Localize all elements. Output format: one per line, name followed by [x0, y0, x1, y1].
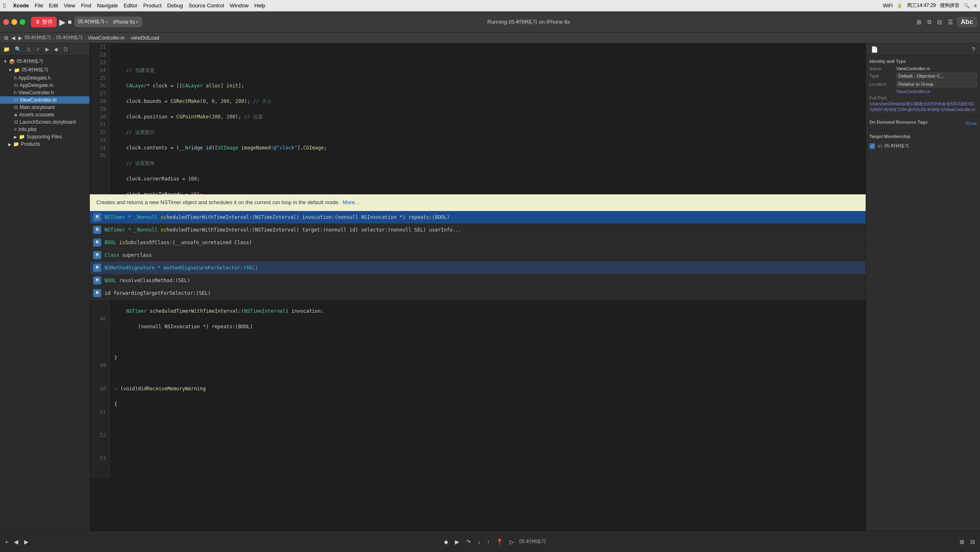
breakpoints-button[interactable]: ◆ [53, 45, 60, 53]
autocomplete-popup[interactable]: Creates and returns a new NSTimer object… [90, 194, 866, 478]
simulate-button[interactable]: ▷ [508, 537, 516, 547]
m-file-icon: m [14, 82, 18, 88]
stop-square-button[interactable]: ■ [68, 18, 72, 26]
target-checkbox[interactable]: ✓ [869, 143, 875, 149]
breakpoint-button[interactable]: ◆ [442, 537, 450, 547]
quick-help-button[interactable]: ? [970, 45, 977, 54]
autocomplete-item-6[interactable]: M BOOL resolveClassMethod:(SEL) [90, 274, 866, 287]
h-file-icon: h [14, 75, 17, 81]
autocomplete-item-1[interactable]: M NSTimer * _Nonnull scheduledTimerWithT… [90, 211, 866, 224]
add-file-button[interactable]: + [3, 537, 10, 547]
menu-view[interactable]: View [64, 2, 75, 9]
on-demand-title: On Demand Resource Tags [869, 120, 928, 125]
breadcrumb-file[interactable]: ViewController.m [88, 35, 125, 41]
report-button[interactable]: 🗋 [62, 45, 70, 53]
line-num: 30 [90, 113, 106, 121]
breadcrumb-group[interactable]: 05-时钟练习 [56, 34, 82, 41]
forward-button[interactable]: ▶ [18, 35, 23, 41]
minimize-button[interactable] [11, 19, 17, 25]
assets-icon: ◈ [14, 112, 18, 118]
apple-menu[interactable]:  [3, 2, 6, 9]
assistant-editor-button[interactable]: ⧉ [926, 17, 933, 27]
code-editor[interactable]: 21 22 23 24 25 26 27 28 29 30 31 32 33 3… [90, 43, 866, 531]
bottom-code-line-50: } [114, 354, 866, 362]
show-button[interactable]: Show [965, 121, 977, 126]
line-num: 26 [90, 82, 106, 90]
navigator-toggle-button[interactable]: ⊞ [915, 17, 923, 27]
location-button[interactable]: 📍 [494, 537, 505, 547]
warnings-button[interactable]: ⚠ [24, 45, 33, 53]
menu-product[interactable]: Product [143, 2, 162, 9]
bottom-code-line-51 [114, 369, 866, 377]
search-icon[interactable]: 🔍 [964, 3, 970, 9]
menu-navigate[interactable]: Navigate [97, 2, 118, 9]
file-inspector-button[interactable]: 📄 [869, 45, 880, 54]
scheme-selector[interactable]: 05-时钟练习 ▸ iPhone 6s ▸ [74, 17, 143, 27]
menu-file[interactable]: File [35, 2, 43, 9]
inspector-toggle-button[interactable]: ☰ [946, 17, 955, 27]
back-button[interactable]: ◀ [11, 35, 16, 41]
ac-type-badge-2: M [93, 226, 101, 234]
nav-item-info-plist[interactable]: ≡ Info.plist [0, 126, 89, 133]
autocomplete-item-4[interactable]: M Class superclass [90, 249, 866, 262]
nav-item-products[interactable]: ▶ 📁 Products [0, 140, 89, 148]
nav-item-appdelegate-h[interactable]: h AppDelegate.h [0, 74, 89, 82]
xcode-icon: 🏷 [878, 144, 882, 149]
nav-item-project[interactable]: ▼ 📦 05-时钟练习 [0, 57, 89, 66]
nav-fwd-status-button[interactable]: ▶ [22, 537, 30, 547]
maximize-button[interactable] [20, 19, 25, 25]
nav-item-supporting-files[interactable]: ▶ 📁 Supporting Files [0, 133, 89, 140]
run-button[interactable]: ▶ [59, 17, 65, 27]
nav-item-subproject[interactable]: ▼ 📁 05-时钟练习 [0, 66, 89, 74]
menu-debug[interactable]: Debug [167, 2, 183, 9]
wifi-icon: WiFi [883, 3, 893, 9]
nav-item-launch-storyboard[interactable]: ⊟ LaunchScreen.storyboard [0, 118, 89, 126]
expand-icon: ▼ [8, 68, 12, 72]
autocomplete-item-7[interactable]: M id forwardingTargetForSelector:(SEL) [90, 287, 866, 300]
menu-source-control[interactable]: Source Control [189, 2, 224, 9]
nav-item-main-storyboard[interactable]: ⊟ Main.storyboard [0, 104, 89, 111]
ac-content-7: id forwardingTargetForSelector:(SEL) [105, 290, 862, 296]
ac-type-badge-1: M [93, 213, 101, 221]
version-editor-button[interactable]: ⊟ [935, 17, 944, 27]
debug-button[interactable]: ▶ [44, 45, 51, 53]
step-into-button[interactable]: ↓ [476, 537, 482, 547]
sidebar-toggle-button[interactable]: ⊞ [3, 35, 9, 41]
folder-icon-button[interactable]: 📁 [2, 45, 11, 53]
location-label: Location [869, 82, 894, 87]
step-out-button[interactable]: ↑ [485, 537, 491, 547]
menu-edit[interactable]: Edit [49, 2, 58, 9]
step-over-button[interactable]: ↷ [464, 537, 472, 547]
autocomplete-item-5[interactable]: M NSMethodSignature * methodSignatureFor… [90, 262, 866, 274]
expand-icon: ▶ [14, 135, 17, 139]
close-button[interactable] [3, 19, 9, 25]
menu-xcode[interactable]: Xcode [13, 2, 29, 9]
location-dropdown[interactable]: Relative to Group [896, 81, 977, 87]
breadcrumb-method[interactable]: -viewDidLoad [129, 35, 159, 41]
input-method[interactable]: 搜狗拼音 [940, 2, 960, 9]
menu-icon[interactable]: ≡ [974, 3, 977, 9]
breadcrumb-project[interactable]: 05-时钟练习 [24, 34, 51, 41]
nav-item-assets[interactable]: ◈ Assets.xcassets [0, 111, 89, 118]
autocomplete-item-2[interactable]: M NSTimer * _Nonnull scheduledTimerWithT… [90, 224, 866, 236]
line-num: 53 [90, 455, 106, 463]
menu-editor[interactable]: Editor [124, 2, 138, 9]
nav-back-status-button[interactable]: ◀ [12, 537, 20, 547]
nav-item-viewcontroller-h[interactable]: h ViewController.h [0, 89, 89, 96]
search-navigator-button[interactable]: 🔍 [13, 45, 23, 53]
debug-view-button[interactable]: ⊟ [969, 537, 977, 547]
menu-find[interactable]: Find [81, 2, 91, 9]
type-dropdown[interactable]: Default - Objective-C... [896, 73, 977, 79]
nav-item-viewcontroller-m[interactable]: m ViewController.m [0, 96, 89, 104]
breadcrumb-sep-2: › [85, 35, 86, 41]
nav-item-appdelegate-m[interactable]: m AppDelegate.m [0, 82, 89, 89]
autocomplete-item-3[interactable]: M BOOL isSubclassOfClass:(__unsafe_unret… [90, 236, 866, 249]
test-button[interactable]: ✓ [34, 45, 42, 53]
line-num: 33 [90, 136, 106, 144]
stop-button[interactable]: ⏸ 暂停 [31, 17, 57, 27]
continue-button[interactable]: ▶ [453, 537, 461, 547]
menu-window[interactable]: Window [230, 2, 249, 9]
menu-help[interactable]: Help [254, 2, 265, 9]
more-link[interactable]: More... [343, 199, 359, 205]
view-toggle-button[interactable]: ⊞ [958, 537, 966, 547]
